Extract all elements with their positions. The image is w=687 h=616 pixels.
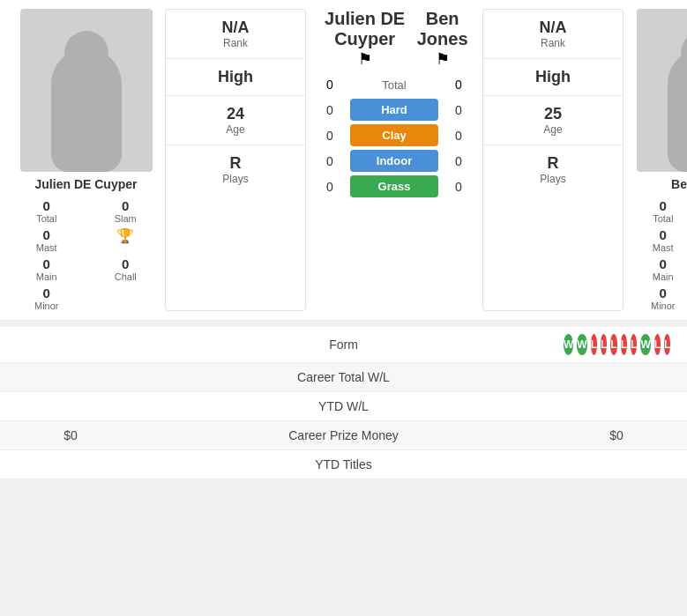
stats-label-4: YTD Titles [123,457,564,471]
left-stat-total: 0 Total [9,198,85,224]
stats-row-3: $0 Career Prize Money $0 [0,421,687,450]
surface-score-left-grass: 0 [317,180,343,194]
left-plays-row: R Plays [166,145,305,194]
surface-row-grass: 0 Grass 0 [317,175,472,197]
surface-score-left-indoor: 0 [317,154,343,168]
left-age-row: 24 Age [166,96,305,145]
left-stat-main: 0 Main [9,256,85,282]
left-stat-slam: 0 Slam [88,198,164,224]
form-badge-l: L [654,334,661,355]
stats-label-0: Form [123,338,564,352]
surface-score-right-hard: 0 [445,103,472,117]
stats-row-2: YTD W/L [0,392,687,421]
form-badge-l: L [621,334,627,355]
left-info-box: N/A Rank High 24 Age R Plays [165,9,306,311]
bottom-section: Form WWLLLLLWLL Career Total W/L YTD W/L… [0,327,687,479]
left-level-row: High [166,59,305,96]
right-player-card: Ben Jones 0 Total 0 Slam 0 Mast 🏆 0 Main [625,9,687,311]
stats-row-0: Form WWLLLLLWLL [0,327,687,363]
left-player-stats: 0 Total 0 Slam 0 Mast 🏆 0 Main 0 Chall [9,198,163,311]
form-badge-l: L [664,334,670,355]
right-plays-row: R Plays [483,145,623,194]
surface-score-left-hard: 0 [317,103,343,117]
left-stat-minor: 0 Minor [9,286,85,311]
form-badge-w: W [564,334,573,355]
left-rank-row: N/A Rank [166,10,305,59]
left-player-card: Julien DE Cuyper 0 Total 0 Slam 0 Mast 🏆… [9,9,163,311]
left-name-center: Julien DE Cuyper ⚑ [317,9,413,69]
stats-label-2: YTD W/L [123,399,564,413]
right-age-row: 25 Age [483,96,623,145]
form-badge-l: L [591,334,597,355]
left-trophy-icon-cell: 🏆 [88,227,164,253]
right-flag-icon: ⚑ [413,49,472,69]
right-level-row: High [483,59,623,96]
form-badge-w: W [577,334,586,355]
left-player-photo [20,9,153,172]
surface-row-indoor: 0 Indoor 0 [317,150,472,172]
surface-badge-hard: Hard [350,99,438,121]
left-stat-mast: 0 Mast [9,227,85,253]
left-player-silhouette [51,48,122,172]
right-player-name: Ben Jones [671,177,687,191]
right-stat-total: 0 Total [625,198,687,224]
form-badges: WWLLLLLWLL [564,334,669,355]
surface-row-clay: 0 Clay 0 [317,124,472,146]
total-row: 0 Total 0 [317,78,472,92]
surface-score-right-grass: 0 [445,180,472,194]
surface-rows: 0 Hard 0 0 Clay 0 0 Indoor 0 0 Grass 0 [317,99,472,197]
form-badge-l: L [610,334,616,355]
right-player-stats: 0 Total 0 Slam 0 Mast 🏆 0 Main 0 Chall [625,198,687,311]
left-stat-chall: 0 Chall [88,256,164,282]
form-badge-l: L [631,334,637,355]
stats-label-3: Career Prize Money [123,428,564,442]
right-stat-main: 0 Main [625,256,687,282]
total-label: Total [350,78,438,92]
right-stat-mast: 0 Mast [625,227,687,253]
right-rank-row: N/A Rank [483,10,623,59]
surface-score-left-clay: 0 [317,129,343,143]
total-score-right: 0 [445,78,472,92]
form-badge-l: L [601,334,607,355]
center-section: Julien DE Cuyper ⚑ Ben Jones ⚑ 0 Total 0… [308,9,481,311]
form-badge-w: W [640,334,650,355]
left-player-name: Julien DE Cuyper [35,177,138,191]
surface-score-right-indoor: 0 [445,154,472,168]
player-names-row: Julien DE Cuyper ⚑ Ben Jones ⚑ [317,9,472,69]
stats-label-1: Career Total W/L [123,370,564,384]
stats-row-4: YTD Titles [0,450,687,479]
surface-row-hard: 0 Hard 0 [317,99,472,121]
right-stat-minor: 0 Minor [625,286,687,311]
total-score-left: 0 [317,78,343,92]
right-name-center: Ben Jones ⚑ [413,9,472,69]
surface-badge-grass: Grass [350,175,438,197]
stats-left-3: $0 [18,428,123,442]
right-info-box: N/A Rank High 25 Age R Plays [482,9,624,311]
right-player-silhouette [668,48,688,172]
surface-score-right-clay: 0 [445,129,472,143]
stats-right-3: $0 [564,428,669,442]
right-player-photo [637,9,688,172]
surface-badge-indoor: Indoor [350,150,438,172]
left-flag-icon: ⚑ [317,49,413,69]
stats-right-0: WWLLLLLWLL [564,334,669,355]
stats-row-1: Career Total W/L [0,363,687,392]
left-trophy-icon: 🏆 [116,228,134,243]
surface-badge-clay: Clay [350,124,438,146]
